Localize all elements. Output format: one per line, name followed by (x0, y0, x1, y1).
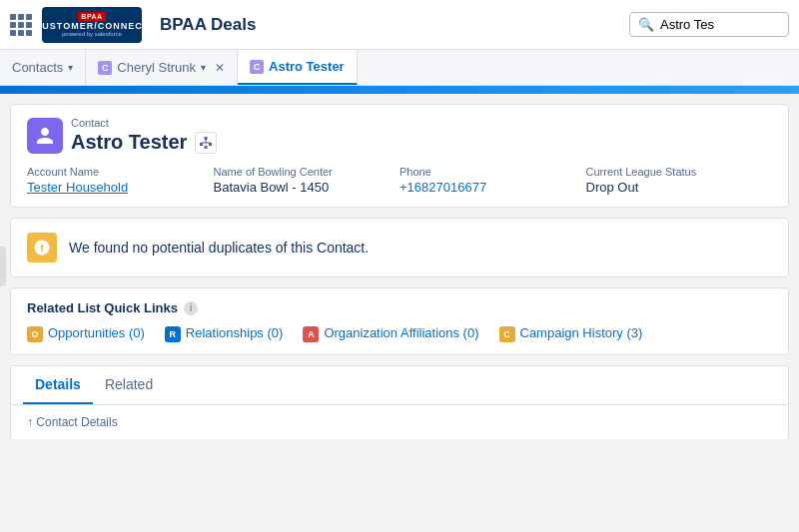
close-tab-cheryl-icon[interactable]: ✕ (215, 61, 225, 75)
quick-links-list: O Opportunities (0) R Relationships (0) … (27, 325, 772, 342)
field-league-status-label: Current League Status (586, 166, 757, 178)
contact-header: Contact Astro Tester (27, 117, 772, 154)
field-account-name: Account Name Tester Household (27, 166, 214, 195)
detail-tab-bar: Details Related (11, 366, 788, 405)
search-input[interactable] (660, 17, 780, 32)
duplicate-alert: We found no potential duplicates of this… (10, 218, 789, 277)
top-nav: BPAA CUSTOMER/CONNECT powered by salesfo… (0, 0, 799, 50)
search-icon: 🔍 (638, 17, 654, 32)
account-name-value[interactable]: Tester Household (27, 180, 198, 195)
tab-bar: Contacts ▾ C Cheryl Strunk ▾ ✕ C Astro T… (0, 50, 799, 86)
left-edge-indicator (0, 247, 6, 286)
chevron-down-icon-2[interactable]: ▾ (201, 62, 206, 73)
tab-astro-label: Astro Tester (269, 59, 345, 74)
contact-avatar-icon (27, 118, 63, 154)
svg-rect-3 (205, 146, 208, 149)
tab-contacts-label: Contacts (12, 60, 63, 75)
contact-tab-icon: C (98, 61, 112, 75)
contact-card: Contact Astro Tester Acco (10, 104, 789, 208)
field-league-status: Current League Status Drop Out (586, 166, 773, 195)
league-status-value: Drop Out (586, 180, 757, 195)
tab-details[interactable]: Details (23, 366, 93, 404)
quick-link-relationships-label[interactable]: Relationships (0) (186, 325, 284, 342)
logo-product: CUSTOMER/CONNECT (42, 21, 142, 31)
blue-banner (0, 86, 799, 94)
quick-link-campaign-history[interactable]: C Campaign History (3) (499, 325, 643, 342)
tab-astro[interactable]: C Astro Tester (238, 50, 358, 85)
bowling-center-value: Batavia Bowl - 1450 (214, 180, 385, 195)
contact-fields: Account Name Tester Household Name of Bo… (27, 166, 772, 195)
quick-link-opportunities-label[interactable]: Opportunities (0) (48, 325, 145, 342)
tab-related[interactable]: Related (93, 366, 165, 404)
global-search-box[interactable]: 🔍 (629, 12, 789, 37)
field-bowling-center-label: Name of Bowling Center (214, 166, 385, 178)
svg-rect-0 (205, 137, 208, 140)
app-name: BPAA Deals (160, 15, 256, 35)
field-phone: Phone +16827016677 (400, 166, 586, 195)
logo-powered: powered by salesforce (62, 31, 122, 37)
hierarchy-icon[interactable] (195, 132, 217, 154)
duplicate-alert-icon (27, 233, 57, 263)
opportunities-icon: O (27, 326, 43, 342)
org-affiliations-icon: A (303, 326, 319, 342)
quick-links-section: Related List Quick Links i O Opportuniti… (10, 287, 789, 355)
logo: BPAA CUSTOMER/CONNECT powered by salesfo… (42, 7, 142, 43)
quick-links-header: Related List Quick Links i (27, 300, 772, 315)
quick-link-org-affiliations-label[interactable]: Organization Affiliations (0) (324, 325, 478, 342)
phone-value[interactable]: +16827016677 (400, 180, 570, 195)
logo-brand: BPAA (78, 12, 105, 21)
duplicate-alert-message: We found no potential duplicates of this… (69, 240, 369, 256)
contact-tab-icon-2: C (250, 60, 264, 74)
quick-link-relationships[interactable]: R Relationships (0) (165, 325, 284, 342)
tab-cheryl[interactable]: C Cheryl Strunk ▾ ✕ (86, 50, 238, 85)
tab-contacts[interactable]: Contacts ▾ (0, 50, 86, 85)
info-icon[interactable]: i (184, 301, 198, 315)
relationships-icon: R (165, 326, 181, 342)
detail-tabs-section: Details Related ↑ Contact Details (10, 365, 789, 439)
campaign-history-icon: C (499, 326, 515, 342)
field-phone-label: Phone (400, 166, 570, 178)
grid-menu-icon[interactable] (10, 14, 32, 36)
field-bowling-center: Name of Bowling Center Batavia Bowl - 14… (214, 166, 400, 195)
contact-type-label: Contact (71, 117, 217, 129)
contact-details-section-title: ↑ Contact Details (27, 415, 118, 429)
quick-link-campaign-history-label[interactable]: Campaign History (3) (520, 325, 643, 342)
chevron-down-icon[interactable]: ▾ (68, 62, 73, 73)
contact-name: Astro Tester (71, 131, 187, 154)
field-account-name-label: Account Name (27, 166, 198, 178)
detail-content-area: ↑ Contact Details (11, 405, 788, 439)
quick-links-title: Related List Quick Links (27, 300, 178, 315)
quick-link-org-affiliations[interactable]: A Organization Affiliations (0) (303, 325, 478, 342)
tab-cheryl-label: Cheryl Strunk (117, 60, 196, 75)
quick-link-opportunities[interactable]: O Opportunities (0) (27, 325, 145, 342)
